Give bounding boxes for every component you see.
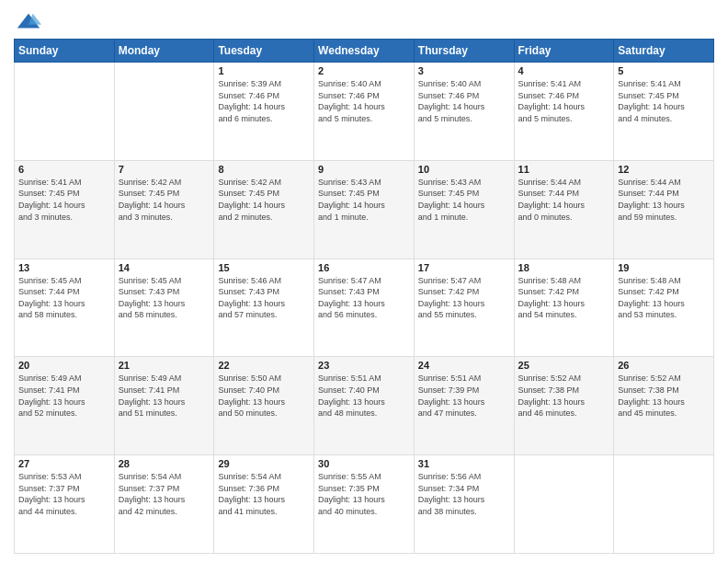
calendar-cell: 18Sunrise: 5:48 AM Sunset: 7:42 PM Dayli… — [514, 259, 614, 357]
day-info: Sunrise: 5:44 AM Sunset: 7:44 PM Dayligh… — [518, 177, 610, 223]
calendar-cell: 11Sunrise: 5:44 AM Sunset: 7:44 PM Dayli… — [514, 160, 614, 259]
calendar-cell: 20Sunrise: 5:49 AM Sunset: 7:41 PM Dayli… — [15, 357, 115, 455]
calendar-cell: 9Sunrise: 5:43 AM Sunset: 7:45 PM Daylig… — [314, 160, 415, 259]
calendar-cell: 30Sunrise: 5:55 AM Sunset: 7:35 PM Dayli… — [314, 455, 415, 554]
calendar-cell — [114, 63, 214, 161]
day-number: 2 — [318, 65, 410, 76]
day-info: Sunrise: 5:52 AM Sunset: 7:38 PM Dayligh… — [518, 373, 610, 419]
calendar-cell: 23Sunrise: 5:51 AM Sunset: 7:40 PM Dayli… — [314, 357, 415, 455]
day-number: 11 — [518, 164, 610, 175]
logo-icon — [16, 9, 41, 35]
day-number: 8 — [218, 164, 310, 175]
calendar-cell: 2Sunrise: 5:40 AM Sunset: 7:46 PM Daylig… — [314, 63, 415, 161]
day-info: Sunrise: 5:49 AM Sunset: 7:41 PM Dayligh… — [119, 373, 210, 419]
calendar-cell — [15, 63, 115, 161]
day-info: Sunrise: 5:47 AM Sunset: 7:43 PM Dayligh… — [318, 275, 410, 321]
day-info: Sunrise: 5:48 AM Sunset: 7:42 PM Dayligh… — [618, 275, 710, 321]
day-number: 27 — [18, 458, 110, 469]
day-info: Sunrise: 5:43 AM Sunset: 7:45 PM Dayligh… — [418, 177, 510, 223]
day-number: 13 — [18, 262, 110, 273]
day-number: 7 — [119, 164, 210, 175]
day-info: Sunrise: 5:41 AM Sunset: 7:46 PM Dayligh… — [518, 78, 610, 124]
day-number: 1 — [218, 65, 310, 76]
day-info: Sunrise: 5:56 AM Sunset: 7:34 PM Dayligh… — [418, 471, 510, 517]
day-number: 15 — [218, 262, 310, 273]
calendar-header-tuesday: Tuesday — [214, 40, 314, 63]
calendar-week-row: 20Sunrise: 5:49 AM Sunset: 7:41 PM Dayli… — [15, 357, 714, 455]
day-number: 19 — [618, 262, 710, 273]
day-number: 20 — [18, 360, 110, 371]
day-number: 29 — [218, 458, 310, 469]
calendar-cell: 6Sunrise: 5:41 AM Sunset: 7:45 PM Daylig… — [15, 160, 115, 259]
calendar-header-sunday: Sunday — [15, 40, 115, 63]
calendar-cell — [614, 455, 714, 554]
day-info: Sunrise: 5:42 AM Sunset: 7:45 PM Dayligh… — [119, 177, 210, 223]
calendar-cell: 31Sunrise: 5:56 AM Sunset: 7:34 PM Dayli… — [414, 455, 514, 554]
day-info: Sunrise: 5:46 AM Sunset: 7:43 PM Dayligh… — [218, 275, 310, 321]
calendar-cell: 10Sunrise: 5:43 AM Sunset: 7:45 PM Dayli… — [414, 160, 514, 259]
day-number: 12 — [618, 164, 710, 175]
calendar-cell: 27Sunrise: 5:53 AM Sunset: 7:37 PM Dayli… — [15, 455, 115, 554]
day-info: Sunrise: 5:41 AM Sunset: 7:45 PM Dayligh… — [18, 177, 110, 223]
calendar-header-wednesday: Wednesday — [314, 40, 415, 63]
calendar-cell: 24Sunrise: 5:51 AM Sunset: 7:39 PM Dayli… — [414, 357, 514, 455]
day-number: 3 — [418, 65, 510, 76]
calendar-cell: 26Sunrise: 5:52 AM Sunset: 7:38 PM Dayli… — [614, 357, 714, 455]
day-number: 17 — [418, 262, 510, 273]
day-number: 31 — [418, 458, 510, 469]
calendar-cell: 3Sunrise: 5:40 AM Sunset: 7:46 PM Daylig… — [414, 63, 514, 161]
calendar-cell: 14Sunrise: 5:45 AM Sunset: 7:43 PM Dayli… — [114, 259, 214, 357]
day-info: Sunrise: 5:45 AM Sunset: 7:44 PM Dayligh… — [18, 275, 110, 321]
calendar-table: SundayMondayTuesdayWednesdayThursdayFrid… — [14, 39, 714, 554]
calendar-header-thursday: Thursday — [414, 40, 514, 63]
day-info: Sunrise: 5:39 AM Sunset: 7:46 PM Dayligh… — [218, 78, 310, 124]
page: SundayMondayTuesdayWednesdayThursdayFrid… — [0, 0, 728, 563]
calendar-cell: 28Sunrise: 5:54 AM Sunset: 7:37 PM Dayli… — [114, 455, 214, 554]
day-info: Sunrise: 5:49 AM Sunset: 7:41 PM Dayligh… — [18, 373, 110, 419]
day-info: Sunrise: 5:42 AM Sunset: 7:45 PM Dayligh… — [218, 177, 310, 223]
day-info: Sunrise: 5:51 AM Sunset: 7:39 PM Dayligh… — [418, 373, 510, 419]
calendar-week-row: 27Sunrise: 5:53 AM Sunset: 7:37 PM Dayli… — [15, 455, 714, 554]
day-number: 24 — [418, 360, 510, 371]
calendar-cell: 22Sunrise: 5:50 AM Sunset: 7:40 PM Dayli… — [214, 357, 314, 455]
calendar-cell: 12Sunrise: 5:44 AM Sunset: 7:44 PM Dayli… — [614, 160, 714, 259]
day-number: 28 — [119, 458, 210, 469]
calendar-header-row: SundayMondayTuesdayWednesdayThursdayFrid… — [15, 40, 714, 63]
day-number: 16 — [318, 262, 410, 273]
calendar-cell: 16Sunrise: 5:47 AM Sunset: 7:43 PM Dayli… — [314, 259, 415, 357]
day-info: Sunrise: 5:41 AM Sunset: 7:45 PM Dayligh… — [618, 78, 710, 124]
calendar-week-row: 6Sunrise: 5:41 AM Sunset: 7:45 PM Daylig… — [15, 160, 714, 259]
calendar-cell: 21Sunrise: 5:49 AM Sunset: 7:41 PM Dayli… — [114, 357, 214, 455]
day-info: Sunrise: 5:43 AM Sunset: 7:45 PM Dayligh… — [318, 177, 410, 223]
calendar-cell: 29Sunrise: 5:54 AM Sunset: 7:36 PM Dayli… — [214, 455, 314, 554]
logo — [14, 9, 41, 31]
calendar-header-monday: Monday — [114, 40, 214, 63]
calendar-cell: 15Sunrise: 5:46 AM Sunset: 7:43 PM Dayli… — [214, 259, 314, 357]
calendar-cell: 7Sunrise: 5:42 AM Sunset: 7:45 PM Daylig… — [114, 160, 214, 259]
day-info: Sunrise: 5:54 AM Sunset: 7:36 PM Dayligh… — [218, 471, 310, 517]
day-info: Sunrise: 5:52 AM Sunset: 7:38 PM Dayligh… — [618, 373, 710, 419]
calendar-header-saturday: Saturday — [614, 40, 714, 63]
day-number: 9 — [318, 164, 410, 175]
calendar-cell: 17Sunrise: 5:47 AM Sunset: 7:42 PM Dayli… — [414, 259, 514, 357]
calendar-week-row: 1Sunrise: 5:39 AM Sunset: 7:46 PM Daylig… — [15, 63, 714, 161]
calendar-cell: 8Sunrise: 5:42 AM Sunset: 7:45 PM Daylig… — [214, 160, 314, 259]
day-info: Sunrise: 5:40 AM Sunset: 7:46 PM Dayligh… — [418, 78, 510, 124]
calendar-week-row: 13Sunrise: 5:45 AM Sunset: 7:44 PM Dayli… — [15, 259, 714, 357]
calendar-cell — [514, 455, 614, 554]
day-info: Sunrise: 5:48 AM Sunset: 7:42 PM Dayligh… — [518, 275, 610, 321]
day-info: Sunrise: 5:54 AM Sunset: 7:37 PM Dayligh… — [119, 471, 210, 517]
day-number: 4 — [518, 65, 610, 76]
calendar-cell: 4Sunrise: 5:41 AM Sunset: 7:46 PM Daylig… — [514, 63, 614, 161]
calendar-cell: 13Sunrise: 5:45 AM Sunset: 7:44 PM Dayli… — [15, 259, 115, 357]
calendar-cell: 19Sunrise: 5:48 AM Sunset: 7:42 PM Dayli… — [614, 259, 714, 357]
calendar-header-friday: Friday — [514, 40, 614, 63]
day-number: 26 — [618, 360, 710, 371]
day-number: 14 — [119, 262, 210, 273]
day-info: Sunrise: 5:51 AM Sunset: 7:40 PM Dayligh… — [318, 373, 410, 419]
header — [14, 9, 714, 31]
day-number: 25 — [518, 360, 610, 371]
day-info: Sunrise: 5:55 AM Sunset: 7:35 PM Dayligh… — [318, 471, 410, 517]
day-number: 22 — [218, 360, 310, 371]
day-info: Sunrise: 5:44 AM Sunset: 7:44 PM Dayligh… — [618, 177, 710, 223]
